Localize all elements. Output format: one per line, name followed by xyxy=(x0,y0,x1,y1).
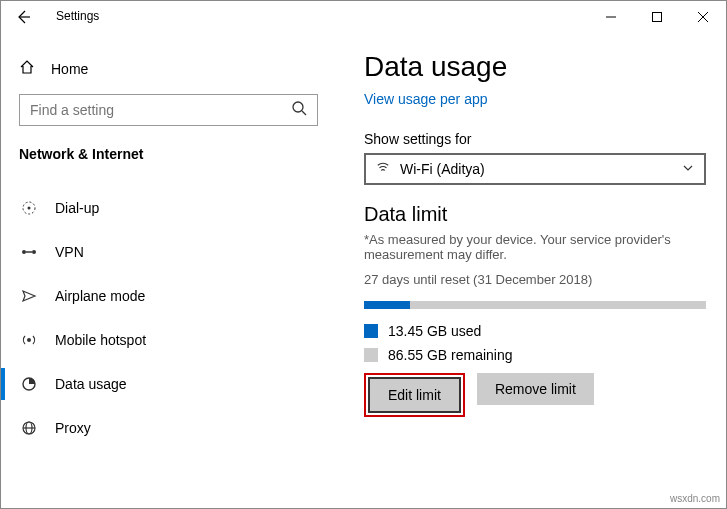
chevron-down-icon xyxy=(682,162,694,176)
section-title: Network & Internet xyxy=(19,146,318,162)
sidebar-item-label: Proxy xyxy=(55,420,91,436)
show-settings-label: Show settings for xyxy=(364,131,706,147)
minimize-button[interactable] xyxy=(588,1,634,33)
maximize-button[interactable] xyxy=(634,1,680,33)
edit-limit-button[interactable]: Edit limit xyxy=(370,379,459,411)
sidebar-item-proxy[interactable]: Proxy xyxy=(19,406,318,450)
sidebar-item-dialup[interactable]: Dial-up xyxy=(19,186,318,230)
measurement-note: *As measured by your device. Your servic… xyxy=(364,232,706,262)
dropdown-value: Wi-Fi (Aditya) xyxy=(400,161,672,177)
svg-point-4 xyxy=(22,250,26,254)
remaining-legend: 86.55 GB remaining xyxy=(364,347,706,363)
home-label: Home xyxy=(51,61,88,77)
sidebar-item-vpn[interactable]: VPN xyxy=(19,230,318,274)
used-text: 13.45 GB used xyxy=(388,323,481,339)
back-button[interactable] xyxy=(15,9,31,29)
network-dropdown[interactable]: Wi-Fi (Aditya) xyxy=(364,153,706,185)
sidebar-item-label: Dial-up xyxy=(55,200,99,216)
sidebar-item-hotspot[interactable]: Mobile hotspot xyxy=(19,318,318,362)
window-title: Settings xyxy=(56,9,99,23)
data-usage-icon xyxy=(21,376,37,392)
sidebar-item-label: VPN xyxy=(55,244,84,260)
close-button[interactable] xyxy=(680,1,726,33)
usage-bar-fill xyxy=(364,301,410,309)
sidebar-item-data-usage[interactable]: Data usage xyxy=(19,362,318,406)
sidebar-item-label: Data usage xyxy=(55,376,127,392)
home-nav[interactable]: Home xyxy=(19,59,318,78)
search-field[interactable] xyxy=(30,102,291,118)
sidebar-item-label: Mobile hotspot xyxy=(55,332,146,348)
search-input[interactable] xyxy=(19,94,318,126)
used-swatch xyxy=(364,324,378,338)
sidebar-item-airplane[interactable]: Airplane mode xyxy=(19,274,318,318)
svg-point-5 xyxy=(32,250,36,254)
remaining-swatch xyxy=(364,348,378,362)
remaining-text: 86.55 GB remaining xyxy=(388,347,513,363)
svg-point-6 xyxy=(27,338,31,342)
edit-limit-highlight: Edit limit xyxy=(364,373,465,417)
view-usage-link[interactable]: View usage per app xyxy=(364,91,706,107)
svg-point-3 xyxy=(28,207,31,210)
proxy-icon xyxy=(21,420,37,436)
vpn-icon xyxy=(21,244,37,260)
sidebar-item-label: Airplane mode xyxy=(55,288,145,304)
dialup-icon xyxy=(21,200,37,216)
used-legend: 13.45 GB used xyxy=(364,323,706,339)
search-icon xyxy=(291,100,307,120)
wifi-icon xyxy=(376,160,390,178)
watermark: wsxdn.com xyxy=(670,493,720,504)
remove-limit-button[interactable]: Remove limit xyxy=(477,373,594,405)
airplane-icon xyxy=(21,288,37,304)
reset-text: 27 days until reset (31 December 2018) xyxy=(364,272,706,287)
hotspot-icon xyxy=(21,332,37,348)
data-limit-heading: Data limit xyxy=(364,203,706,226)
home-icon xyxy=(19,59,35,78)
svg-point-1 xyxy=(293,102,303,112)
page-heading: Data usage xyxy=(364,51,706,83)
usage-bar xyxy=(364,301,706,309)
svg-rect-0 xyxy=(653,13,662,22)
